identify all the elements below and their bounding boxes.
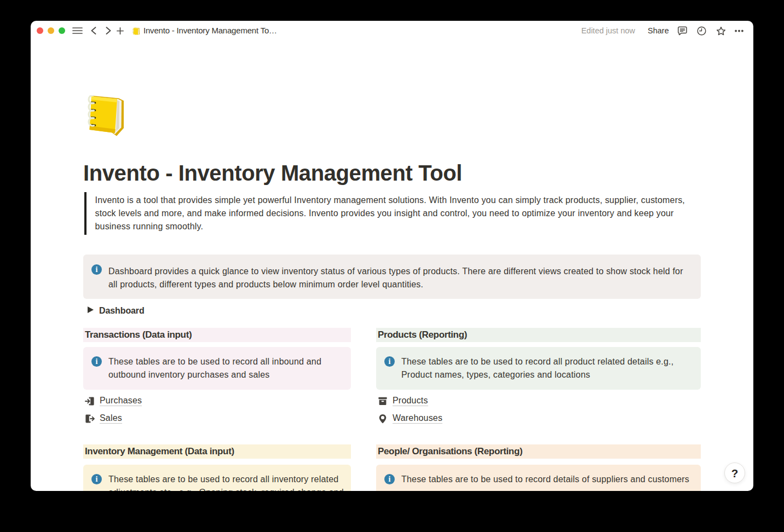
svg-text:i: i <box>95 265 97 274</box>
svg-text:i: i <box>388 357 390 366</box>
svg-text:i: i <box>95 357 97 366</box>
svg-text:i: i <box>95 475 97 483</box>
svg-text:i: i <box>388 475 390 483</box>
